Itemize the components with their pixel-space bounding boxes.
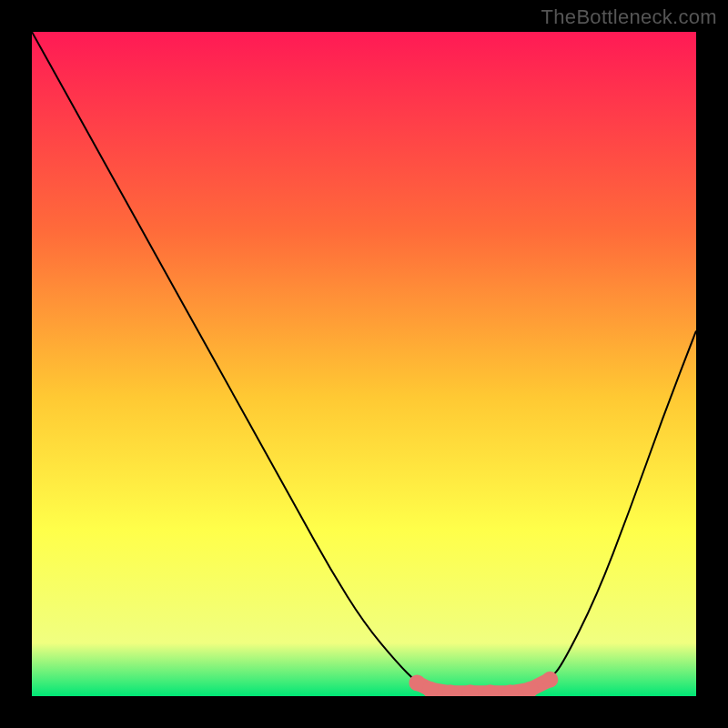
chart-container: TheBottleneck.com bbox=[0, 0, 728, 728]
chart-svg bbox=[32, 32, 696, 696]
plot-area bbox=[32, 32, 696, 696]
marker-dot bbox=[541, 672, 558, 688]
watermark-text: TheBottleneck.com bbox=[541, 5, 717, 29]
gradient-bg bbox=[32, 32, 696, 696]
